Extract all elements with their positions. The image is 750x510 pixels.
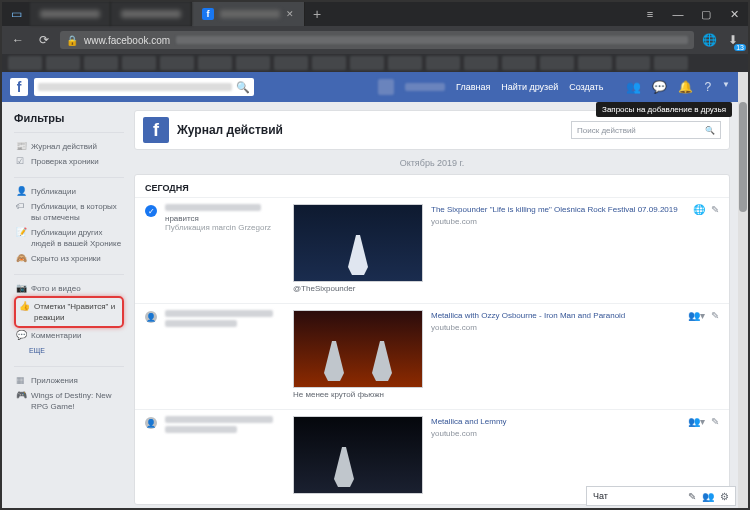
log-entry: 👤 Не менее крутой фьюжн Metallica with O… xyxy=(135,303,729,409)
tab-strip: ▭ f ✕ + ≡ — ▢ ✕ xyxy=(2,2,748,26)
tab-close-icon[interactable]: ✕ xyxy=(286,9,294,19)
sidebar-item-posts[interactable]: 👤Публикации xyxy=(14,184,124,199)
sidebar-item-timeline-review[interactable]: ☑Проверка хроники xyxy=(14,154,124,169)
bookmark-item[interactable] xyxy=(540,56,574,70)
username-blurred[interactable] xyxy=(405,83,445,91)
sidebar-item-label: Скрыто из хроники xyxy=(31,253,101,264)
bookmark-item[interactable] xyxy=(350,56,384,70)
fb-top-bar: f 🔍 Главная Найти друзей Создать 👥 💬 🔔 xyxy=(2,72,738,102)
privacy-icon[interactable]: 👥▾ xyxy=(688,416,705,427)
search-icon[interactable]: 🔍 xyxy=(236,81,250,94)
sidebar-item-hidden[interactable]: 🙈Скрыто из хроники xyxy=(14,251,124,266)
nav-home[interactable]: Главная xyxy=(456,82,490,92)
new-tab-button[interactable]: + xyxy=(305,2,329,26)
sidebar-item-activity-log[interactable]: 📰Журнал действий xyxy=(14,139,124,154)
downloads-ext-icon[interactable]: ⬇ xyxy=(724,31,742,49)
bookmark-item[interactable] xyxy=(578,56,612,70)
edit-icon[interactable]: ✎ xyxy=(711,204,719,215)
sidebar-item-photos[interactable]: 📷Фото и видео xyxy=(14,281,124,296)
bookmark-item[interactable] xyxy=(236,56,270,70)
window-buttons: ≡ — ▢ ✕ xyxy=(636,2,748,26)
minimize-button[interactable]: — xyxy=(664,2,692,26)
bookmark-item[interactable] xyxy=(8,56,42,70)
reload-button[interactable]: ⟳ xyxy=(34,30,54,50)
activity-search-placeholder: Поиск действий xyxy=(577,126,636,135)
bookmark-item[interactable] xyxy=(502,56,536,70)
notifications-icon[interactable]: 🔔 xyxy=(678,80,693,94)
friend-requests-icon[interactable]: 👥 xyxy=(626,80,641,94)
entry-link-title[interactable]: The Sixpounder "Life is killing me" Oleś… xyxy=(431,204,685,215)
bookmark-item[interactable] xyxy=(388,56,422,70)
entry-link-title[interactable]: Metallica with Ozzy Osbourne - Iron Man … xyxy=(431,310,680,321)
sidebar-item-game[interactable]: 🎮Wings of Destiny: New RPG Game! xyxy=(14,388,124,414)
tab-inactive-1[interactable] xyxy=(30,2,111,26)
sidebar-item-likes-reactions[interactable]: 👍Отметки "Нравится" и реакции xyxy=(14,296,124,328)
video-thumbnail[interactable] xyxy=(293,310,423,388)
help-icon[interactable]: ? xyxy=(704,80,711,94)
bookmark-item[interactable] xyxy=(654,56,688,70)
edit-icon[interactable]: ✎ xyxy=(711,310,719,321)
chat-bar[interactable]: Чат ✎ 👥 ⚙ xyxy=(586,486,736,506)
bookmark-item[interactable] xyxy=(160,56,194,70)
nav-find-friends[interactable]: Найти друзей xyxy=(501,82,558,92)
page-viewport: f 🔍 Главная Найти друзей Создать 👥 💬 🔔 xyxy=(2,72,748,508)
tab-active-facebook[interactable]: f ✕ xyxy=(192,2,305,26)
sidebar-item-comments[interactable]: 💬Комментарии xyxy=(14,328,124,343)
sidebar-item-others-posts[interactable]: 📝Публикации других людей в вашей Хронике xyxy=(14,225,124,251)
hamburger-icon[interactable]: ≡ xyxy=(636,2,664,26)
chat-compose-icon[interactable]: ✎ xyxy=(688,491,696,502)
nav-create[interactable]: Создать xyxy=(569,82,603,92)
edit-icon[interactable]: ✎ xyxy=(711,416,719,427)
search-icon[interactable]: 🔍 xyxy=(705,126,715,135)
sidebar-item-apps[interactable]: ▦Приложения xyxy=(14,373,124,388)
entry-meta: Metallica with Ozzy Osbourne - Iron Man … xyxy=(431,310,680,399)
video-thumbnail[interactable] xyxy=(293,204,423,282)
bookmark-item[interactable] xyxy=(198,56,232,70)
scrollbar-thumb[interactable] xyxy=(739,102,747,212)
avatar[interactable] xyxy=(378,79,394,95)
video-thumbnail[interactable] xyxy=(293,416,423,494)
bookmark-item[interactable] xyxy=(426,56,460,70)
sidebar-item-label: Журнал действий xyxy=(31,141,97,152)
close-button[interactable]: ✕ xyxy=(720,2,748,26)
entry-actions: 👥▾ ✎ xyxy=(688,310,719,399)
system-menu-icon[interactable]: ▭ xyxy=(2,2,30,26)
sidebar-more[interactable]: ЕЩЕ xyxy=(14,343,124,358)
entry-source: youtube.com xyxy=(431,217,685,226)
bookmark-item[interactable] xyxy=(84,56,118,70)
activity-search-box[interactable]: Поиск действий 🔍 xyxy=(571,121,721,139)
entry-description: нравится Публикация marcin Grzegorz xyxy=(165,204,285,293)
bookmark-item[interactable] xyxy=(312,56,346,70)
bookmark-item[interactable] xyxy=(46,56,80,70)
sidebar-group-3: 📷Фото и видео 👍Отметки "Нравится" и реак… xyxy=(14,274,124,358)
page-title: Журнал действий xyxy=(177,123,283,137)
sidebar-item-label: Публикации других людей в вашей Хронике xyxy=(31,227,122,249)
account-dropdown-icon[interactable]: ▼ xyxy=(722,80,730,94)
entry-link-title[interactable]: Metallica and Lemmy xyxy=(431,416,680,427)
sidebar-item-label: Публикации, в которых вы отмечены xyxy=(31,201,122,223)
bookmark-item[interactable] xyxy=(616,56,650,70)
chat-group-icon[interactable]: 👥 xyxy=(702,491,714,502)
translate-ext-icon[interactable]: 🌐 xyxy=(700,31,718,49)
chat-gear-icon[interactable]: ⚙ xyxy=(720,491,729,502)
tab-inactive-2[interactable] xyxy=(111,2,192,26)
sidebar-item-tagged[interactable]: 🏷Публикации, в которых вы отмечены xyxy=(14,199,124,225)
privacy-icon[interactable]: 🌐 xyxy=(693,204,705,215)
back-button[interactable]: ← xyxy=(8,30,28,50)
address-field[interactable]: 🔒 www.facebook.com xyxy=(60,31,694,49)
bookmark-item[interactable] xyxy=(274,56,308,70)
bookmark-item[interactable] xyxy=(464,56,498,70)
messages-icon[interactable]: 💬 xyxy=(652,80,667,94)
page-scrollbar[interactable] xyxy=(738,72,748,508)
privacy-icon[interactable]: 👥▾ xyxy=(688,310,705,321)
fb-logo[interactable]: f xyxy=(10,78,28,96)
actor-name-blurred xyxy=(165,416,273,423)
hidden-icon: 🙈 xyxy=(16,253,26,264)
fb-search-box[interactable]: 🔍 xyxy=(34,78,254,96)
check-icon: ☑ xyxy=(16,156,26,167)
maximize-button[interactable]: ▢ xyxy=(692,2,720,26)
bookmark-item[interactable] xyxy=(122,56,156,70)
friend-requests-tooltip: Запросы на добавление в друзья xyxy=(596,102,732,117)
actor-name-blurred xyxy=(165,204,261,211)
entry-source: youtube.com xyxy=(431,323,680,332)
